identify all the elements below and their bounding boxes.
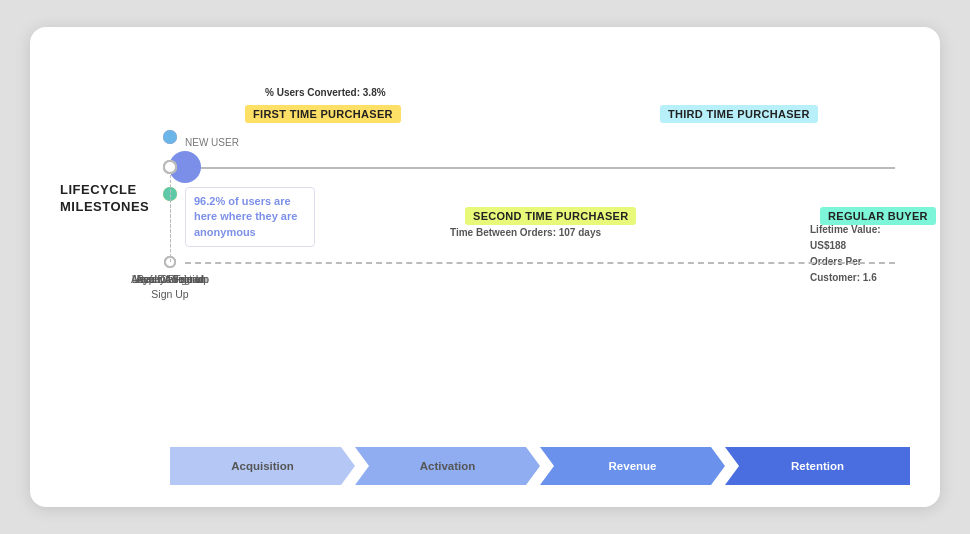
funnel-stage-activation: Activation xyxy=(355,447,540,485)
dotted-timeline xyxy=(185,262,895,264)
funnel-label: Acquisition xyxy=(231,460,294,472)
funnel-label: Activation xyxy=(420,460,476,472)
circle-third-purchaser xyxy=(163,130,177,144)
second-time-purchaser-badge: SECOND TIME PURCHASER xyxy=(465,207,636,225)
main-card: LIFECYCLE MILESTONES % Users Converted: … xyxy=(30,27,940,507)
new-user-label: NEW USER xyxy=(185,137,239,148)
lifetime-value-box: Lifetime Value: US$188 Orders Per Custom… xyxy=(810,222,910,286)
time-between-orders: Time Between Orders: 107 days xyxy=(450,227,601,238)
funnel-stage-acquisition: Acquisition xyxy=(170,447,355,485)
funnel-area: AcquisitionActivationRevenueRetention xyxy=(170,447,910,485)
funnel-stage-revenue: Revenue xyxy=(540,447,725,485)
first-time-purchaser-badge: FIRST TIME PURCHASER xyxy=(245,105,401,123)
anon-text-box: 96.2% of users are here where they are a… xyxy=(185,187,315,247)
funnel-stage-retention: Retention xyxy=(725,447,910,485)
circle-node-5 xyxy=(163,160,177,174)
vconnect-5 xyxy=(170,175,171,262)
funnel-label: Retention xyxy=(791,460,844,472)
funnel-label: Revenue xyxy=(609,460,657,472)
timeline-line xyxy=(185,167,895,169)
third-time-purchaser-badge: THIRD TIME PURCHASER xyxy=(660,105,818,123)
lifecycle-title: LIFECYCLE MILESTONES xyxy=(60,182,149,216)
users-converted: % Users Converted: 3.8% xyxy=(265,87,386,98)
label-refer-friend: Refer A Friend xyxy=(136,272,203,287)
